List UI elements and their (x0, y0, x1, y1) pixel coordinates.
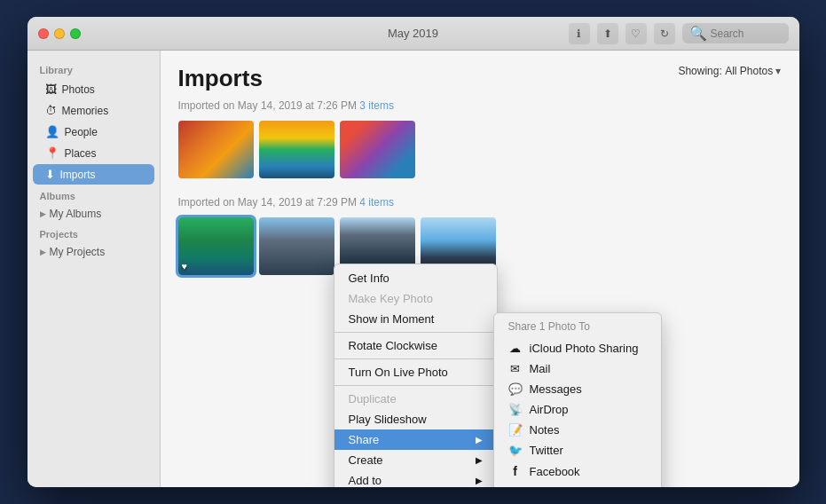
photo-thumb[interactable] (259, 217, 334, 275)
sidebar: Library 🖼 Photos ⏱ Memories 👤 People 📍 P… (28, 51, 161, 487)
albums-section-label: Albums (28, 185, 160, 204)
addto-arrow: ▶ (476, 476, 483, 485)
share-arrow: ▶ (476, 435, 483, 445)
sidebar-label-places: Places (65, 147, 97, 160)
messages-icon: 💬 (508, 382, 523, 396)
submenu-flickr[interactable]: ✦ Flickr (494, 482, 661, 487)
ctx-share[interactable]: Share ▶ (334, 429, 497, 450)
submenu-notes[interactable]: 📝 Notes (494, 420, 661, 440)
people-icon: 👤 (45, 125, 59, 138)
page-title: Imports (178, 65, 263, 92)
ctx-make-key: Make Key Photo (334, 288, 497, 309)
photo-thumb[interactable] (340, 121, 415, 178)
flickr-icon: ✦ (508, 485, 523, 487)
sidebar-label-memories: Memories (62, 105, 109, 117)
main-layout: Library 🖼 Photos ⏱ Memories 👤 People 📍 P… (28, 51, 799, 487)
create-arrow: ▶ (476, 455, 483, 465)
places-icon: 📍 (45, 146, 59, 160)
mail-icon: ✉ (508, 362, 523, 375)
ctx-rotate[interactable]: Rotate Clockwise (334, 335, 497, 356)
minimize-button[interactable] (54, 28, 65, 39)
sidebar-item-photos[interactable]: 🖼 Photos (33, 79, 154, 99)
context-menu: Get Info Make Key Photo Show in Moment R… (334, 264, 498, 487)
ctx-slideshow[interactable]: Play Slideshow (334, 409, 497, 429)
ctx-sep-1 (334, 332, 497, 333)
sidebar-item-people[interactable]: 👤 People (33, 122, 154, 142)
airdrop-icon: 📡 (508, 403, 523, 416)
memories-icon: ⏱ (45, 104, 57, 117)
submenu-facebook[interactable]: f Facebook (494, 461, 661, 482)
traffic-lights (38, 28, 81, 39)
search-input[interactable] (711, 28, 791, 40)
submenu-messages[interactable]: 💬 Messages (494, 379, 661, 399)
sidebar-item-imports[interactable]: ⬇ Imports (33, 164, 154, 185)
ctx-live-photo[interactable]: Turn On Live Photo (334, 362, 497, 382)
ctx-show-moment[interactable]: Show in Moment (334, 309, 497, 329)
content-area: Imports Showing: All Photos ▾ Imported o… (161, 51, 799, 487)
sidebar-label-my-projects: My Projects (50, 246, 106, 258)
heart-icon[interactable]: ♡ (625, 23, 647, 44)
search-icon: 🔍 (689, 25, 707, 42)
photo-thumb[interactable] (259, 121, 334, 178)
sidebar-item-my-albums[interactable]: ▶ My Albums (28, 204, 160, 224)
facebook-icon: f (508, 464, 523, 478)
heart-badge: ♥ (182, 261, 188, 272)
photo-thumb-selected[interactable]: ♥ (178, 217, 254, 275)
sidebar-label-imports: Imports (60, 169, 96, 181)
import-group-2-header: Imported on May 14, 2019 at 7:29 PM 4 it… (178, 196, 782, 209)
imports-icon: ⬇ (45, 168, 55, 181)
twitter-icon: 🐦 (508, 444, 523, 457)
sidebar-label-photos: Photos (62, 83, 95, 96)
showing-value: All Photos (725, 65, 773, 77)
notes-icon: 📝 (508, 423, 523, 437)
showing-label-text: Showing: (678, 65, 721, 77)
photo-grid-1 (178, 121, 782, 178)
sidebar-label-my-albums: My Albums (50, 208, 102, 220)
search-box[interactable]: 🔍 (682, 23, 789, 43)
main-window: May 2019 ℹ ⬆ ♡ ↻ 🔍 Library 🖼 Photos ⏱ Me… (28, 17, 799, 487)
library-section-label: Library (28, 59, 160, 78)
photo-thumb[interactable] (178, 121, 254, 178)
projects-chevron: ▶ (40, 248, 46, 256)
sidebar-item-memories[interactable]: ⏱ Memories (33, 100, 154, 121)
submenu-icloud[interactable]: ☁ iCloud Photo Sharing (494, 338, 661, 358)
maximize-button[interactable] (70, 28, 81, 39)
sidebar-label-people: People (65, 126, 98, 138)
ctx-sep-3 (334, 385, 497, 386)
close-button[interactable] (38, 28, 49, 39)
projects-section-label: Projects (28, 224, 160, 242)
share-submenu: Share 1 Photo To ☁ iCloud Photo Sharing … (493, 312, 662, 487)
share-icon[interactable]: ⬆ (597, 23, 618, 44)
info-icon[interactable]: ℹ (569, 23, 590, 44)
sidebar-item-my-projects[interactable]: ▶ My Projects (28, 242, 160, 262)
ctx-create[interactable]: Create ▶ (334, 450, 497, 470)
submenu-mail[interactable]: ✉ Mail (494, 358, 661, 379)
ctx-sep-2 (334, 358, 497, 359)
ctx-get-info[interactable]: Get Info (334, 268, 497, 288)
window-title: May 2019 (388, 27, 438, 40)
rotate-icon[interactable]: ↻ (654, 23, 675, 44)
titlebar-actions: ℹ ⬆ ♡ ↻ 🔍 (569, 23, 789, 44)
submenu-twitter[interactable]: 🐦 Twitter (494, 440, 661, 461)
icloud-icon: ☁ (508, 342, 523, 355)
sidebar-item-places[interactable]: 📍 Places (33, 143, 154, 163)
submenu-airdrop[interactable]: 📡 AirDrop (494, 399, 661, 420)
import-group-1-header: Imported on May 14, 2019 at 7:26 PM 3 it… (178, 99, 782, 112)
submenu-title: Share 1 Photo To (494, 317, 661, 338)
showing-filter[interactable]: Showing: All Photos ▾ (678, 65, 781, 77)
titlebar: May 2019 ℹ ⬆ ♡ ↻ 🔍 (28, 17, 799, 51)
photos-icon: 🖼 (45, 83, 57, 96)
ctx-duplicate: Duplicate (334, 389, 497, 409)
albums-chevron: ▶ (40, 209, 46, 218)
ctx-add-to[interactable]: Add to ▶ (334, 470, 497, 487)
